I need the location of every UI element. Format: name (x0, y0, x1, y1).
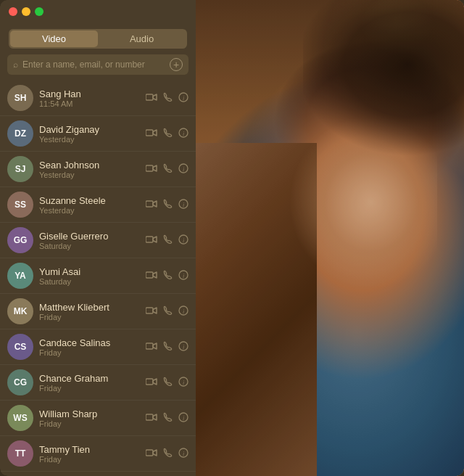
info-icon[interactable]: i (178, 92, 188, 104)
contact-name: Sean Johnson (39, 160, 140, 171)
contact-info: Matthew Kliebert Friday (39, 302, 140, 321)
contact-actions: i (146, 163, 188, 176)
audio-call-icon[interactable] (163, 92, 173, 104)
contact-item[interactable]: SH Sang Han 11:54 AM i (0, 81, 196, 116)
info-icon[interactable]: i (178, 270, 188, 282)
video-call-icon[interactable] (146, 412, 157, 424)
info-icon[interactable]: i (178, 377, 188, 389)
minimize-button[interactable] (22, 7, 30, 16)
info-icon[interactable]: i (178, 128, 188, 140)
contact-actions: i (146, 412, 188, 424)
video-call-icon[interactable] (146, 270, 157, 282)
info-icon[interactable]: i (178, 448, 188, 460)
tab-audio[interactable]: Audio (98, 30, 186, 47)
video-call-icon[interactable] (146, 377, 157, 388)
contact-item[interactable]: SJ Sean Johnson Yesterday i (0, 152, 196, 187)
contact-actions: i (146, 92, 188, 104)
svg-rect-9 (146, 201, 153, 207)
video-call-icon[interactable] (146, 199, 157, 210)
close-button[interactable] (9, 7, 17, 16)
avatar: SH (7, 85, 33, 111)
contact-name: William Sharp (39, 409, 140, 419)
svg-text:i: i (183, 95, 184, 102)
audio-call-icon[interactable] (163, 305, 173, 318)
audio-call-icon[interactable] (163, 377, 173, 389)
svg-rect-12 (146, 237, 153, 242)
contact-item[interactable]: CG Chance Graham Friday i (0, 365, 196, 401)
contact-actions: i (146, 270, 188, 282)
contact-item[interactable]: TT Tammy Tien Friday i (0, 436, 196, 472)
audio-call-icon[interactable] (163, 448, 173, 460)
info-icon[interactable]: i (178, 412, 188, 424)
video-call-icon[interactable] (146, 305, 157, 317)
contact-time: Saturday (39, 242, 140, 250)
svg-rect-15 (146, 272, 153, 278)
main-content (196, 0, 464, 476)
avatar: DZ (7, 120, 33, 147)
info-icon[interactable]: i (178, 305, 188, 318)
video-call-icon[interactable] (146, 128, 157, 139)
avatar: CG (7, 369, 33, 395)
contact-actions: i (146, 305, 188, 318)
video-call-icon[interactable] (146, 341, 157, 353)
add-contact-button[interactable]: + (170, 58, 183, 71)
contact-item[interactable]: DZ David Ziganay Yesterday i (0, 116, 196, 152)
info-icon[interactable]: i (178, 163, 188, 176)
audio-call-icon[interactable] (163, 199, 173, 211)
avatar: SJ (7, 156, 33, 182)
traffic-lights (9, 7, 44, 16)
svg-text:i: i (183, 131, 184, 137)
app-window: Video Audio ⌕ + SH Sang Han 11:54 AM (0, 0, 464, 476)
contact-info: Suzanne Steele Yesterday (39, 195, 140, 215)
info-icon[interactable]: i (178, 341, 188, 353)
contact-item[interactable]: CS Candace Salinas Friday i (0, 329, 196, 365)
contact-name: David Ziganay (39, 124, 140, 135)
contact-actions: i (146, 234, 188, 247)
info-icon[interactable]: i (178, 234, 188, 247)
contact-actions: i (146, 448, 188, 460)
svg-rect-21 (146, 343, 153, 349)
contact-item[interactable]: MK Matthew Kliebert Friday i (0, 294, 196, 329)
svg-text:i: i (183, 451, 184, 457)
video-call-icon[interactable] (146, 448, 157, 459)
sidebar: Video Audio ⌕ + SH Sang Han 11:54 AM (0, 0, 196, 476)
search-input[interactable] (22, 60, 165, 70)
svg-text:i: i (183, 415, 184, 422)
contact-actions: i (146, 377, 188, 389)
contact-info: William Sharp Friday (39, 409, 140, 428)
contact-name: Tammy Tien (39, 444, 140, 455)
contact-item[interactable]: GG Giselle Guerrero Saturday i (0, 223, 196, 258)
contact-item[interactable]: YA Yumi Asai Saturday i (0, 258, 196, 294)
video-call-icon[interactable] (146, 234, 157, 246)
contact-info: Tammy Tien Friday (39, 444, 140, 464)
video-call-icon[interactable] (146, 163, 157, 175)
contact-name: Yumi Asai (39, 266, 140, 277)
contact-time: Yesterday (39, 206, 140, 215)
svg-rect-30 (146, 450, 153, 456)
title-bar (0, 0, 196, 23)
svg-rect-24 (146, 379, 153, 385)
svg-text:i: i (183, 202, 184, 208)
audio-call-icon[interactable] (163, 412, 173, 424)
svg-text:i: i (183, 344, 184, 350)
maximize-button[interactable] (35, 7, 44, 16)
video-call-icon[interactable] (146, 92, 157, 104)
info-icon[interactable]: i (178, 199, 188, 211)
svg-text:i: i (183, 379, 184, 386)
contact-info: Giselle Guerrero Saturday (39, 231, 140, 250)
avatar: CS (7, 334, 33, 360)
contact-item[interactable]: SS Suzanne Steele Yesterday i (0, 187, 196, 223)
contact-item[interactable]: ER Eric Rottenberg Thursday i (0, 472, 196, 476)
contact-time: Yesterday (39, 135, 140, 144)
tab-video[interactable]: Video (10, 30, 98, 47)
contact-item[interactable]: WS William Sharp Friday i (0, 401, 196, 436)
contact-name: Giselle Guerrero (39, 231, 140, 242)
audio-call-icon[interactable] (163, 128, 173, 140)
svg-text:i: i (183, 273, 184, 279)
audio-call-icon[interactable] (163, 163, 173, 176)
audio-call-icon[interactable] (163, 341, 173, 353)
audio-call-icon[interactable] (163, 270, 173, 282)
tab-bar: Video Audio (9, 29, 187, 49)
audio-call-icon[interactable] (163, 234, 173, 247)
svg-rect-6 (146, 165, 153, 171)
